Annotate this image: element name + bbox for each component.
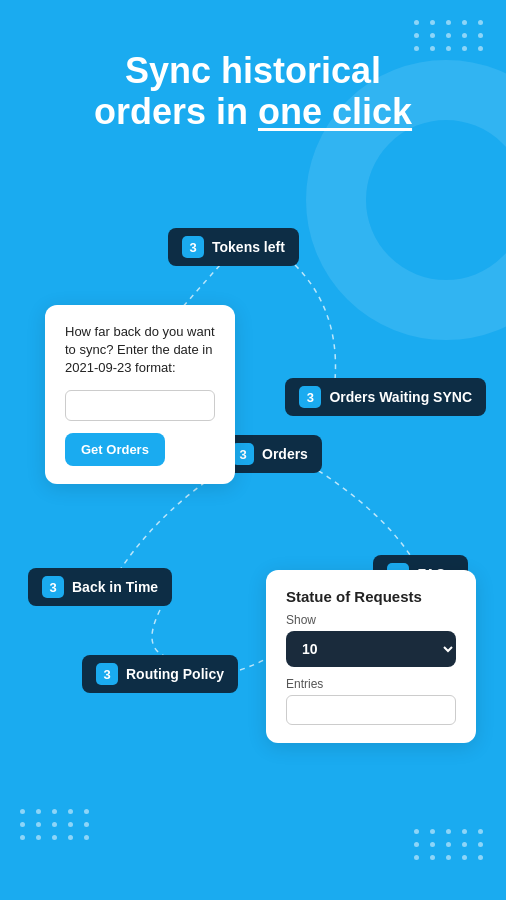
orders-waiting-num: 3 xyxy=(299,386,321,408)
dots-top-right xyxy=(414,20,486,51)
routing-policy-badge[interactable]: 3 Routing Policy xyxy=(82,655,238,693)
routing-policy-label: Routing Policy xyxy=(126,666,224,682)
show-label: Show xyxy=(286,613,456,627)
tokens-left-label: Tokens left xyxy=(212,239,285,255)
status-card: Statue of Requests Show 10 25 50 Entries xyxy=(266,570,476,743)
date-input[interactable] xyxy=(65,390,215,421)
orders-num: 3 xyxy=(232,443,254,465)
back-in-time-num: 3 xyxy=(42,576,64,598)
orders-waiting-label: Orders Waiting SYNC xyxy=(329,389,472,405)
dots-bottom-right xyxy=(414,829,486,860)
entries-label: Entries xyxy=(286,677,456,691)
entries-box xyxy=(286,695,456,725)
status-title: Statue of Requests xyxy=(286,588,456,605)
tokens-left-num: 3 xyxy=(182,236,204,258)
show-select[interactable]: 10 25 50 xyxy=(286,631,456,667)
form-description: How far back do you want to sync? Enter … xyxy=(65,323,215,378)
dots-bottom-left xyxy=(20,809,92,840)
orders-waiting-badge[interactable]: 3 Orders Waiting SYNC xyxy=(285,378,486,416)
tokens-left-badge[interactable]: 3 Tokens left xyxy=(168,228,299,266)
routing-policy-num: 3 xyxy=(96,663,118,685)
back-in-time-badge[interactable]: 3 Back in Time xyxy=(28,568,172,606)
hero-line1: Sync historical xyxy=(125,50,381,91)
hero-highlight: one click xyxy=(258,91,412,132)
form-card: How far back do you want to sync? Enter … xyxy=(45,305,235,484)
hero-line2: orders in xyxy=(94,91,258,132)
back-in-time-label: Back in Time xyxy=(72,579,158,595)
hero-title: Sync historical orders in one click xyxy=(0,50,506,133)
orders-label: Orders xyxy=(262,446,308,462)
get-orders-button[interactable]: Get Orders xyxy=(65,433,165,466)
